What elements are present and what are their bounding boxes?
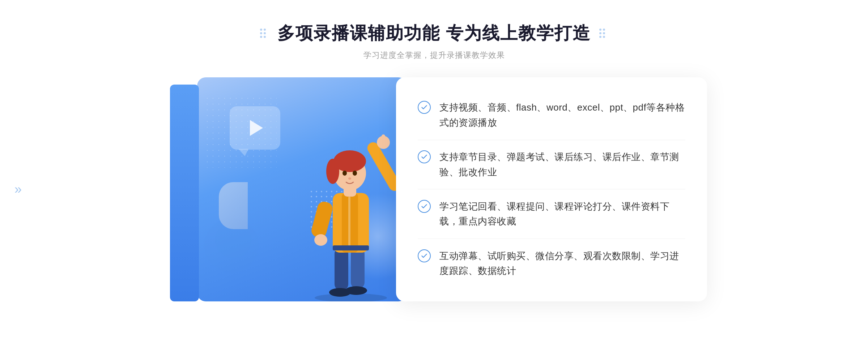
play-bubble (230, 106, 280, 150)
page-subtitle: 学习进度全掌握，提升录播课教学效果 (0, 50, 868, 61)
illustration-card (197, 77, 407, 301)
feature-item-2: 支持章节目录、弹题考试、课后练习、课后作业、章节测验、批改作业 (418, 150, 685, 180)
divider-2 (418, 189, 685, 189)
svg-point-0 (315, 293, 387, 301)
feature-item-3: 学习笔记回看、课程提问、课程评论打分、课件资料下载，重点内容收藏 (418, 199, 685, 229)
feature-text-3: 学习笔记回看、课程提问、课程评论打分、课件资料下载，重点内容收藏 (439, 199, 685, 229)
svg-rect-20 (348, 197, 350, 247)
svg-rect-17 (382, 134, 385, 145)
divider-1 (418, 140, 685, 140)
svg-point-4 (345, 286, 367, 295)
feature-item-1: 支持视频、音频、flash、word、excel、ppt、pdf等各种格式的资源… (418, 100, 685, 130)
page-title: 多项录播课辅助功能 专为线上教学打造 (277, 22, 590, 45)
left-arrow-decoration: » (14, 182, 20, 197)
svg-point-12 (342, 171, 347, 176)
deco-semicircle (219, 182, 248, 229)
check-icon-3 (418, 200, 431, 213)
person-illustration (295, 103, 407, 301)
play-triangle-icon (250, 120, 263, 136)
svg-point-13 (353, 171, 357, 176)
feature-text-4: 互动弹幕、试听购买、微信分享、观看次数限制、学习进度跟踪、数据统计 (439, 249, 685, 279)
feature-text-2: 支持章节目录、弹题考试、课后练习、课后作业、章节测验、批改作业 (439, 150, 685, 180)
divider-3 (418, 239, 685, 239)
check-icon-2 (418, 150, 431, 163)
svg-rect-11 (334, 156, 366, 167)
svg-rect-18 (310, 200, 334, 239)
svg-rect-21 (333, 245, 369, 250)
title-row: 多项录播课辅助功能 专为线上教学打造 (0, 22, 868, 45)
blue-accent-panel (170, 85, 199, 301)
check-icon-1 (418, 101, 431, 114)
svg-point-14 (348, 177, 351, 180)
feature-item-4: 互动弹幕、试听购买、微信分享、观看次数限制、学习进度跟踪、数据统计 (418, 249, 685, 279)
svg-rect-1 (335, 247, 348, 291)
svg-rect-2 (351, 247, 365, 289)
feature-text-1: 支持视频、音频、flash、word、excel、ppt、pdf等各种格式的资源… (439, 100, 685, 130)
svg-point-19 (314, 234, 327, 246)
info-panel: 支持视频、音频、flash、word、excel、ppt、pdf等各种格式的资源… (396, 77, 707, 301)
decorative-dots-left (260, 29, 269, 38)
decorative-dots-right (599, 29, 608, 38)
header-section: 多项录播课辅助功能 专为线上教学打造 学习进度全掌握，提升录播课教学效果 (0, 22, 868, 61)
check-icon-4 (418, 249, 431, 262)
main-content: » (0, 77, 868, 301)
